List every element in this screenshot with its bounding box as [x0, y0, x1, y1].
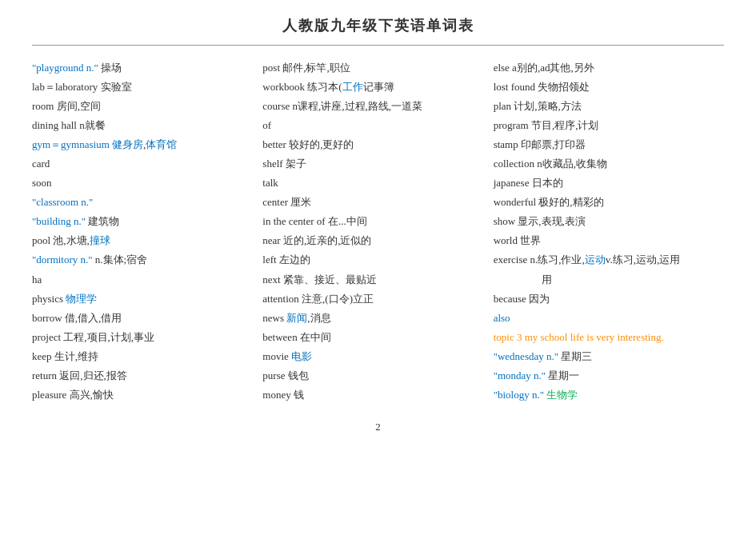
- list-item: course n课程,讲座,过程,路线,一道菜: [262, 97, 477, 116]
- list-item: show 显示,表现,表演: [494, 212, 708, 231]
- list-item: "wednesday n." 星期三: [494, 347, 708, 366]
- word-table: "playground n." 操场 lab＝laboratory 实验室 ro…: [32, 58, 724, 405]
- list-item: stamp 印邮票,打印器: [494, 135, 708, 154]
- list-item: "monday n." 星期一: [494, 366, 708, 385]
- list-item: because 因为: [494, 289, 708, 309]
- list-item: workbook 练习本(工作记事簿: [262, 78, 477, 97]
- list-item: plan 计划,策略,方法: [494, 97, 708, 116]
- list-item: else a别的,ad其他,另外: [494, 58, 708, 78]
- list-item: soon: [32, 174, 246, 193]
- list-item: post 邮件,标竿,职位: [262, 58, 477, 78]
- column-3: else a别的,ad其他,另外 lost found 失物招领处 plan 计…: [494, 58, 724, 405]
- list-item: "building n." 建筑物: [32, 212, 246, 231]
- list-item: card: [32, 154, 246, 174]
- list-item: collection n收藏品,收集物: [494, 154, 708, 174]
- column-2: post 邮件,标竿,职位 workbook 练习本(工作记事簿 course …: [262, 58, 493, 405]
- list-item: in the center of 在...中间: [262, 212, 477, 231]
- list-item: lost found 失物招领处: [494, 78, 708, 97]
- list-item: of: [262, 116, 477, 135]
- list-item: news 新闻,消息: [262, 309, 477, 328]
- list-item: better 较好的,更好的: [262, 135, 477, 154]
- list-item: "classroom n.": [32, 193, 246, 212]
- list-item: between 在中间: [262, 328, 477, 347]
- list-item: attention 注意,(口令)立正: [262, 289, 477, 309]
- list-item: topic 3 my school life is very interesti…: [494, 328, 708, 347]
- page-title: 人教版九年级下英语单词表: [32, 16, 724, 35]
- list-item: project 工程,项目,计划,事业: [32, 328, 246, 347]
- list-item: "dormitory n." n.集体;宿舍: [32, 250, 246, 269]
- list-item: next 紧靠、接近、最贴近: [262, 270, 477, 289]
- list-item: lab＝laboratory 实验室: [32, 78, 246, 97]
- list-item: japanese 日本的: [494, 174, 708, 193]
- list-item: "biology n." 生物学: [494, 385, 708, 405]
- list-item: world 世界: [494, 231, 708, 250]
- list-item: purse 钱包: [262, 366, 477, 385]
- list-item: wonderful 极好的,精彩的: [494, 193, 708, 212]
- list-item: gym＝gymnasium 健身房,体育馆: [32, 135, 246, 154]
- list-item: pleasure 高兴,愉快: [32, 385, 246, 405]
- list-item: also: [494, 309, 708, 328]
- list-item: keep 生计,维持: [32, 347, 246, 366]
- page-number: 2: [32, 421, 724, 433]
- list-item: dining hall n就餐: [32, 116, 246, 135]
- list-item: pool 池,水塘,撞球: [32, 231, 246, 250]
- divider: [32, 45, 724, 46]
- list-item: exercise n.练习,作业,运动v.练习,运动,运用: [494, 250, 708, 269]
- list-item: program 节目,程序,计划: [494, 116, 708, 135]
- list-item: near 近的,近亲的,近似的: [262, 231, 477, 250]
- list-item: talk: [262, 174, 477, 193]
- list-item: physics 物理学: [32, 289, 246, 309]
- list-item: return 返回,归还,报答: [32, 366, 246, 385]
- list-item: borrow 借,借入,借用: [32, 309, 246, 328]
- list-item: ha: [32, 270, 246, 289]
- list-item: "playground n." 操场: [32, 58, 246, 78]
- list-item: center 厘米: [262, 193, 477, 212]
- list-item: movie 电影: [262, 347, 477, 366]
- list-item: money 钱: [262, 385, 477, 405]
- column-1: "playground n." 操场 lab＝laboratory 实验室 ro…: [32, 58, 262, 405]
- list-item: left 左边的: [262, 250, 477, 269]
- list-item: shelf 架子: [262, 154, 477, 174]
- list-item: room 房间,空间: [32, 97, 246, 116]
- list-item: 用: [494, 270, 708, 289]
